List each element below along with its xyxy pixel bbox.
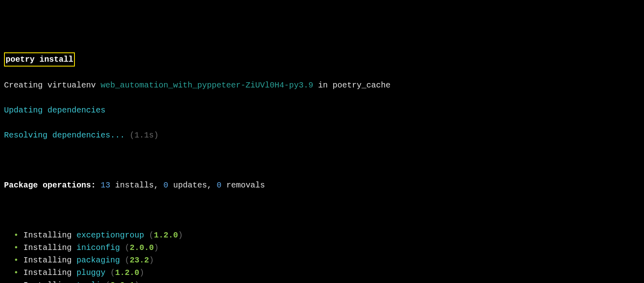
package-version: 2.0.0 (130, 243, 154, 252)
venv-name: web_automation_with_pyppeteer-ZiUVl0H4-p… (101, 81, 313, 90)
resolving-deps-line: Resolving dependencies... (1.1s) (4, 129, 640, 142)
install-line: • Installing packaging (23.2) (4, 254, 640, 266)
package-version: 2.0.1 (110, 281, 134, 283)
package-operations-line: Package operations: 13 installs, 0 updat… (4, 179, 640, 191)
resolving-time: (1.1s) (130, 131, 159, 140)
package-version: 1.2.0 (115, 268, 139, 277)
install-line: • Installing iniconfig (2.0.0) (4, 241, 640, 254)
package-name: tomli (76, 281, 101, 283)
install-line: • Installing exceptiongroup (1.2.0) (4, 229, 640, 241)
updating-deps-line: Updating dependencies (4, 104, 640, 117)
command-input[interactable]: poetry install (4, 52, 75, 67)
bullet-icon: • (14, 231, 19, 240)
creating-venv-line: Creating virtualenv web_automation_with_… (4, 79, 640, 92)
install-list: • Installing exceptiongroup (1.2.0)• Ins… (4, 229, 640, 283)
package-name: exceptiongroup (76, 231, 144, 240)
package-name: pluggy (76, 268, 105, 277)
bullet-icon: • (14, 256, 19, 265)
install-line: • Installing pluggy (1.2.0) (4, 266, 640, 279)
install-line: • Installing tomli (2.0.1) (4, 279, 640, 283)
bullet-icon: • (14, 243, 19, 252)
package-version: 23.2 (130, 256, 149, 265)
package-name: iniconfig (76, 243, 120, 252)
bullet-icon: • (14, 268, 19, 277)
package-version: 1.2.0 (154, 231, 178, 240)
package-name: packaging (76, 256, 120, 265)
bullet-icon: • (14, 281, 19, 283)
